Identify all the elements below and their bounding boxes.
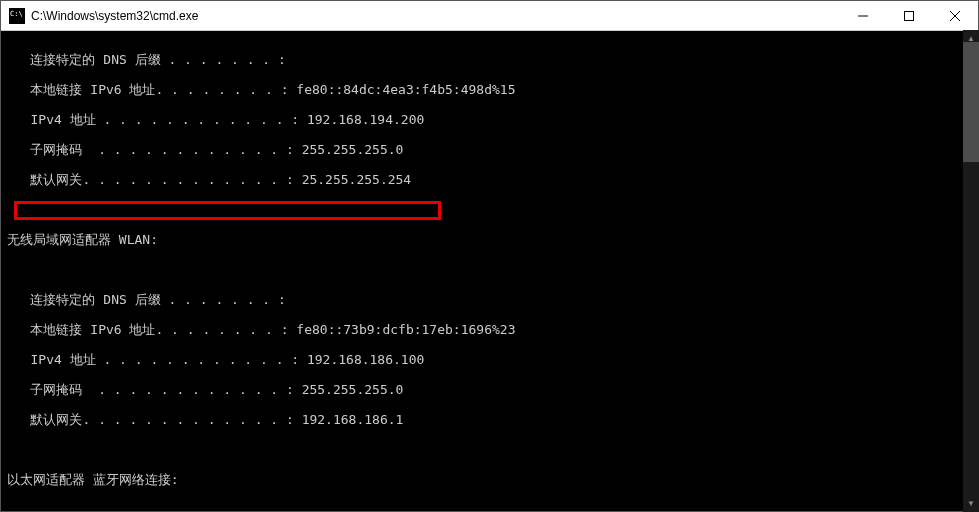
output-line-ipv4: IPv4 地址 . . . . . . . . . . . . : 192.16… <box>7 352 978 367</box>
window-controls <box>840 1 978 30</box>
scrollbar-down-arrow[interactable]: ▼ <box>963 495 979 511</box>
output-line: 默认网关. . . . . . . . . . . . . : 192.168.… <box>7 412 978 427</box>
output-line: 默认网关. . . . . . . . . . . . . : 25.255.2… <box>7 172 978 187</box>
output-line <box>7 442 978 457</box>
terminal-output[interactable]: 连接特定的 DNS 后缀 . . . . . . . : 本地链接 IPv6 地… <box>1 31 978 511</box>
adapter-header: 无线局域网适配器 WLAN: <box>7 232 978 247</box>
minimize-button[interactable] <box>840 1 886 30</box>
svg-rect-1 <box>905 11 914 20</box>
maximize-button[interactable] <box>886 1 932 30</box>
output-line: 连接特定的 DNS 后缀 . . . . . . . : <box>7 52 978 67</box>
output-line: 本地链接 IPv6 地址. . . . . . . . : fe80::84dc… <box>7 82 978 97</box>
output-line <box>7 502 978 511</box>
output-line <box>7 262 978 277</box>
scrollbar-thumb[interactable] <box>963 42 979 162</box>
output-line: 连接特定的 DNS 后缀 . . . . . . . : <box>7 292 978 307</box>
cmd-icon <box>9 8 25 24</box>
adapter-header: 以太网适配器 蓝牙网络连接: <box>7 472 978 487</box>
window-titlebar: C:\Windows\system32\cmd.exe <box>1 1 978 31</box>
output-line <box>7 202 978 217</box>
output-line: 子网掩码 . . . . . . . . . . . . : 255.255.2… <box>7 382 978 397</box>
output-line: 本地链接 IPv6 地址. . . . . . . . : fe80::73b9… <box>7 322 978 337</box>
window-title: C:\Windows\system32\cmd.exe <box>31 9 840 23</box>
output-line: 子网掩码 . . . . . . . . . . . . : 255.255.2… <box>7 142 978 157</box>
output-line: IPv4 地址 . . . . . . . . . . . . : 192.16… <box>7 112 978 127</box>
close-button[interactable] <box>932 1 978 30</box>
